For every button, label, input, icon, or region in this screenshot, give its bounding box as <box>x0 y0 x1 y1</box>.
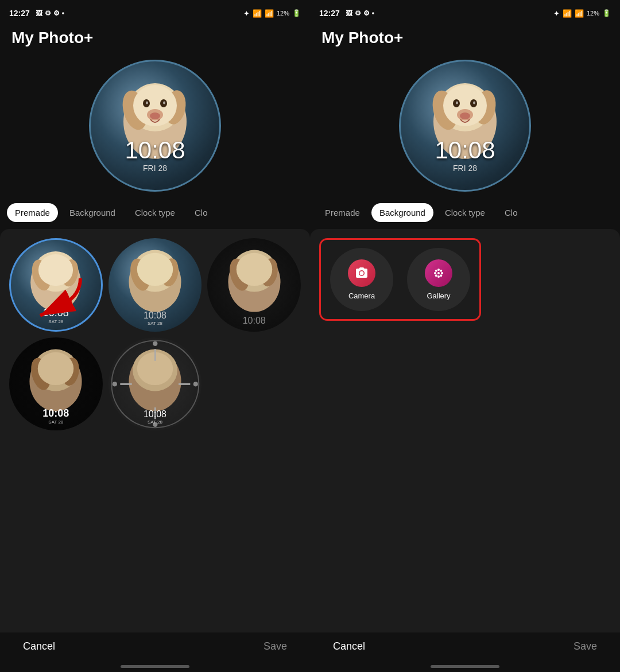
bluetooth-icon: ✦ <box>243 9 250 18</box>
svg-point-36 <box>153 341 157 345</box>
watch-time-right: 10:08 <box>435 138 495 162</box>
svg-point-39 <box>193 382 197 386</box>
tab-premade-left[interactable]: Premade <box>7 203 58 222</box>
camera-icon <box>348 259 375 287</box>
thumb-date-5: SAT 28 <box>148 419 162 425</box>
camera-label: Camera <box>348 292 375 300</box>
gallery-label: Gallery <box>427 292 450 300</box>
thumb-dog-2 <box>118 241 192 316</box>
thumb-date-2: SAT 28 <box>148 321 162 326</box>
watch-date-right: FRI 28 <box>453 164 477 173</box>
tab-background-right[interactable]: Background <box>371 203 433 222</box>
tabs-left: Premade Background Clock type Clo <box>0 203 310 222</box>
thumb-time-4: 10:08 <box>42 407 69 419</box>
status-icons-right-left: ✦ 📶 📶 12% 🔋 <box>243 9 301 18</box>
watch-face-left: 10:08 FRI 28 <box>89 60 221 192</box>
svg-point-21 <box>137 253 173 286</box>
tab-clocktype-right[interactable]: Clock type <box>437 203 493 222</box>
bluetooth-icon-r: ✦ <box>553 9 560 18</box>
bg-options-highlight: Camera <box>319 238 481 321</box>
svg-point-31 <box>38 352 73 384</box>
tab-premade-right[interactable]: Premade <box>317 203 368 222</box>
image-icon: 🖼 <box>36 9 42 17</box>
watch-thumb-1[interactable]: 10:08 SAT 28 <box>9 238 103 332</box>
status-icons-right-right: ✦ 📶 📶 12% 🔋 <box>553 9 611 18</box>
notification-icons-left: 🖼 ⚙ ⚙ • <box>36 9 64 17</box>
battery-right: 12% <box>587 10 599 17</box>
camera-option[interactable]: Camera <box>330 248 393 311</box>
right-panel: 12:27 🖼 ⚙ ⚙ • ✦ 📶 📶 12% 🔋 My Photo+ <box>310 0 620 672</box>
watch-grid: 10:08 SAT 28 10:08 SAT 28 <box>9 238 301 430</box>
tab-background-left[interactable]: Background <box>61 203 123 222</box>
watch-time-left: 10:08 <box>125 138 185 162</box>
watch-thumb-3[interactable]: 10:08 <box>207 238 301 332</box>
status-time-right: 12:27 🖼 ⚙ ⚙ • <box>319 9 374 18</box>
svg-point-8 <box>163 102 165 104</box>
thumb-time-1: 10:08 <box>43 307 69 319</box>
tab-clo-left[interactable]: Clo <box>187 203 216 222</box>
battery-icon-left: 🔋 <box>292 9 301 17</box>
svg-point-56 <box>437 269 440 271</box>
watch-thumb-2[interactable]: 10:08 SAT 28 <box>108 238 202 332</box>
notification-icons-right: 🖼 ⚙ ⚙ • <box>346 9 374 17</box>
thumb-time-3: 10:08 <box>243 316 266 326</box>
wifi-icon-r: 📶 <box>563 9 572 18</box>
settings-icon-r: ⚙ <box>363 9 370 17</box>
bg-options-row: Camera <box>330 248 470 311</box>
signal-icon: 📶 <box>265 9 274 18</box>
svg-point-58 <box>434 272 436 274</box>
svg-point-60 <box>435 269 437 271</box>
bottom-bar-right: Cancel Save <box>310 632 620 661</box>
battery-icon-right: 🔋 <box>602 9 611 17</box>
svg-point-7 <box>146 102 148 104</box>
watch-thumb-5[interactable]: 10:08 SAT 28 <box>108 337 202 431</box>
svg-point-63 <box>440 269 442 271</box>
thumb-date-1: SAT 28 <box>48 319 63 324</box>
app-title-left: My Photo+ <box>0 24 310 54</box>
home-bar-right <box>431 665 499 668</box>
image-icon-r: 🖼 <box>346 9 352 17</box>
tab-clocktype-left[interactable]: Clock type <box>127 203 183 222</box>
cancel-button-left[interactable]: Cancel <box>23 640 55 652</box>
save-button-left[interactable]: Save <box>264 640 287 652</box>
wifi-icon: 📶 <box>253 9 262 18</box>
signal-icon-r: 📶 <box>575 9 584 18</box>
gallery-option[interactable]: Gallery <box>407 248 470 311</box>
watch-face-right: 10:08 FRI 28 <box>399 60 531 192</box>
cancel-button-right[interactable]: Cancel <box>333 640 365 652</box>
watch-date-left: FRI 28 <box>143 164 167 173</box>
watch-preview-left: 10:08 FRI 28 <box>0 54 310 203</box>
app-title-right: My Photo+ <box>310 24 620 54</box>
home-indicator-left <box>0 661 310 672</box>
svg-point-57 <box>437 275 440 278</box>
svg-point-59 <box>441 272 443 274</box>
thumb-dog-4 <box>18 340 93 415</box>
dot-icon: • <box>62 9 64 17</box>
thumb-time-5: 10:08 <box>144 409 166 419</box>
svg-point-51 <box>456 102 458 104</box>
svg-point-16 <box>38 254 73 286</box>
bottom-bar-left: Cancel Save <box>0 632 310 661</box>
time-left: 12:27 <box>9 9 30 18</box>
time-right: 12:27 <box>319 9 340 18</box>
sync-icon: ⚙ <box>45 9 51 17</box>
content-area-right: Camera <box>310 229 620 632</box>
content-area-left: 10:08 SAT 28 10:08 SAT 28 <box>0 229 310 632</box>
watch-thumb-4[interactable]: 10:08 SAT 28 <box>9 337 103 431</box>
status-bar-right: 12:27 🖼 ⚙ ⚙ • ✦ 📶 📶 12% 🔋 <box>310 0 620 24</box>
svg-point-55 <box>437 272 440 274</box>
svg-point-10 <box>150 112 160 119</box>
watch-preview-right: 10:08 FRI 28 <box>310 54 620 203</box>
thumb-dog-3 <box>217 241 292 316</box>
thumb-dog-1 <box>20 243 92 314</box>
tab-clo-right[interactable]: Clo <box>497 203 526 222</box>
save-button-right[interactable]: Save <box>574 640 597 652</box>
status-bar-left: 12:27 🖼 ⚙ ⚙ • ✦ 📶 📶 12% 🔋 <box>0 0 310 24</box>
svg-point-54 <box>460 112 470 119</box>
home-indicator-right <box>310 661 620 672</box>
svg-point-62 <box>435 274 437 277</box>
status-time-left: 12:27 🖼 ⚙ ⚙ • <box>9 9 64 18</box>
home-bar-left <box>121 665 189 668</box>
svg-point-38 <box>112 382 117 386</box>
dot-icon-r: • <box>372 9 374 17</box>
